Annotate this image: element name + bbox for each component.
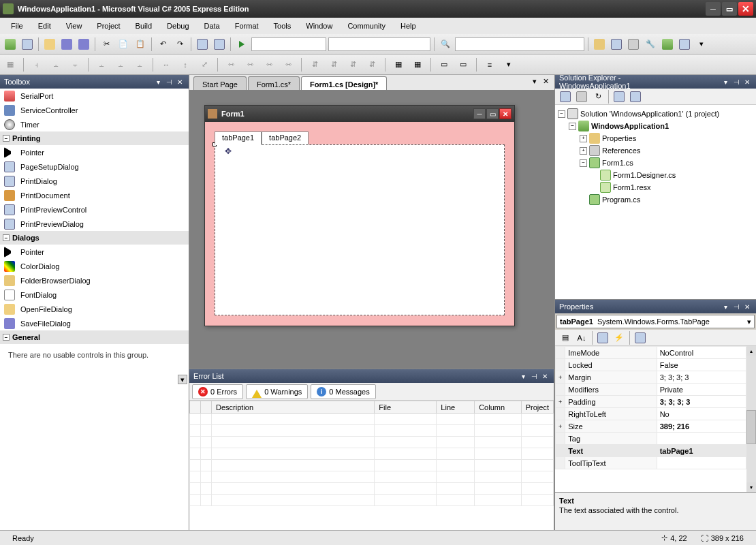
toolbox-item[interactable]: Pointer — [0, 245, 189, 259]
toolbox-item[interactable]: PrintDialog — [0, 174, 189, 188]
property-value[interactable]: 3; 3; 3; 3 — [657, 396, 746, 408]
toolbox-item[interactable]: ColorDialog — [0, 259, 189, 273]
form1-designer-node[interactable]: Form1.Designer.cs — [558, 169, 753, 181]
collapse-icon[interactable]: − — [3, 135, 10, 142]
property-value[interactable]: No — [657, 408, 746, 420]
properties-grid[interactable]: ImeModeNoControlLockedFalse+Margin3; 3; … — [555, 346, 756, 492]
tab-dropdown-icon[interactable]: ▾ — [530, 76, 539, 86]
dropdown-icon[interactable]: ▾ — [721, 77, 730, 87]
property-pages-button[interactable] — [633, 330, 648, 345]
same-width-button[interactable]: ↔ — [159, 57, 174, 72]
error-col-icon[interactable] — [190, 401, 201, 414]
expand-icon[interactable]: + — [556, 396, 565, 408]
menu-view[interactable]: View — [59, 20, 89, 32]
property-row[interactable]: LockedFalse — [556, 359, 746, 371]
warnings-tab[interactable]: 0 Warnings — [246, 384, 308, 399]
platform-combo[interactable] — [328, 37, 430, 51]
pin-icon[interactable]: ⊣ — [529, 371, 539, 381]
align-grid-button[interactable]: ▦ — [3, 57, 18, 72]
error-col-num[interactable] — [201, 401, 212, 414]
menu-format[interactable]: Format — [228, 20, 266, 32]
properties-button[interactable] — [595, 330, 610, 345]
property-row[interactable]: ModifiersPrivate — [556, 384, 746, 396]
align-center-button[interactable]: ⫠ — [48, 57, 63, 72]
tab-control[interactable]: tabPage1 tabPage2 ✥ — [215, 131, 505, 316]
menu-community[interactable]: Community — [341, 20, 392, 32]
menu-help[interactable]: Help — [394, 20, 423, 32]
properties-button[interactable] — [558, 89, 573, 104]
paste-button[interactable]: 📋 — [133, 37, 148, 52]
program-node[interactable]: Program.cs — [558, 193, 753, 206]
move-icon[interactable]: ✥ — [225, 146, 232, 156]
open-button[interactable] — [42, 37, 57, 52]
vspace-dec-button[interactable]: ⇵ — [345, 57, 360, 72]
error-list-grid[interactable]: Description File Line Column Project — [189, 401, 554, 530]
collapse-icon[interactable]: − — [558, 110, 565, 118]
object-browser-button[interactable] — [626, 37, 641, 52]
form1-resx-node[interactable]: Form1.resx — [558, 181, 753, 193]
copy-button[interactable]: 📄 — [116, 37, 131, 52]
menu-project[interactable]: Project — [90, 20, 127, 32]
toolbox-item[interactable]: ServiceController — [0, 103, 189, 117]
toolbox-item[interactable]: FolderBrowserDialog — [0, 273, 189, 287]
form-window[interactable]: Form1 ─ ▭ ✕ tabPage1 tabPage2 — [204, 105, 515, 326]
menu-edit[interactable]: Edit — [31, 20, 58, 32]
properties-button[interactable] — [609, 37, 624, 52]
toolbox-item[interactable]: SaveFileDialog — [0, 316, 189, 330]
error-col-project[interactable]: Project — [521, 401, 553, 414]
send-back-button[interactable]: ▭ — [456, 57, 471, 72]
close-icon[interactable]: ✕ — [742, 77, 752, 87]
collapse-icon[interactable]: − — [569, 123, 576, 130]
align-middle-button[interactable]: ⫠ — [113, 57, 128, 72]
pin-icon[interactable]: ⊣ — [731, 302, 741, 311]
cut-button[interactable]: ✂ — [99, 37, 114, 52]
property-value[interactable]: 3; 3; 3; 3 — [657, 371, 746, 384]
toolbar-overflow[interactable]: ▾ — [501, 57, 516, 72]
solution-node[interactable]: − Solution 'WindowsApplication1' (1 proj… — [558, 108, 753, 120]
property-value[interactable] — [657, 433, 746, 445]
tabpage-surface[interactable]: ✥ — [215, 144, 505, 315]
toolbox-group[interactable]: −Printing — [0, 131, 189, 145]
nav-back-button[interactable] — [195, 37, 210, 52]
form-client-area[interactable]: tabPage1 tabPage2 ✥ — [205, 122, 514, 326]
property-row[interactable]: TexttabPage1 — [556, 445, 746, 457]
center-vert-button[interactable]: ▦ — [410, 57, 425, 72]
error-col-file[interactable]: File — [375, 401, 437, 414]
refresh-button[interactable]: ↻ — [590, 89, 605, 104]
expand-icon[interactable] — [556, 457, 565, 469]
same-height-button[interactable]: ↕ — [178, 57, 193, 72]
menu-file[interactable]: File — [4, 20, 30, 32]
menu-build[interactable]: Build — [129, 20, 159, 32]
tabpage1-tab[interactable]: tabPage1 — [215, 131, 262, 145]
save-button[interactable] — [59, 37, 74, 52]
bring-front-button[interactable]: ▭ — [437, 57, 452, 72]
events-button[interactable]: ⚡ — [612, 330, 627, 345]
property-row[interactable]: ToolTipText — [556, 457, 746, 469]
collapse-icon[interactable]: − — [3, 334, 10, 341]
menu-window[interactable]: Window — [299, 20, 339, 32]
vspace-equal-button[interactable]: ⇵ — [307, 57, 322, 72]
vspace-remove-button[interactable]: ⇵ — [364, 57, 379, 72]
start-page-button[interactable] — [660, 37, 675, 52]
new-project-button[interactable] — [3, 37, 18, 52]
expand-icon[interactable] — [556, 445, 565, 457]
doc-tab-form1-code[interactable]: Form1.cs* — [248, 76, 300, 90]
add-item-button[interactable] — [20, 37, 35, 52]
pin-icon[interactable]: ⊣ — [731, 77, 741, 87]
save-all-button[interactable] — [76, 37, 91, 52]
toolbox-item[interactable]: Timer — [0, 117, 189, 131]
property-row[interactable]: +Margin3; 3; 3; 3 — [556, 371, 746, 384]
hspace-remove-button[interactable]: ⇿ — [281, 57, 296, 72]
expand-icon[interactable]: + — [556, 371, 565, 384]
view-code-button[interactable] — [612, 89, 627, 104]
error-col-line[interactable]: Line — [437, 401, 475, 414]
menu-debug[interactable]: Debug — [160, 20, 195, 32]
same-size-button[interactable]: ⤢ — [197, 57, 212, 72]
property-value[interactable]: tabPage1 — [657, 445, 746, 457]
align-bottom-button[interactable]: ⫠ — [132, 57, 147, 72]
error-col-column[interactable]: Column — [475, 401, 522, 414]
close-button[interactable]: ✕ — [738, 2, 753, 16]
toolbox-item[interactable]: PageSetupDialog — [0, 159, 189, 174]
hspace-equal-button[interactable]: ⇿ — [223, 57, 238, 72]
doc-tab-start-page[interactable]: Start Page — [193, 76, 247, 90]
